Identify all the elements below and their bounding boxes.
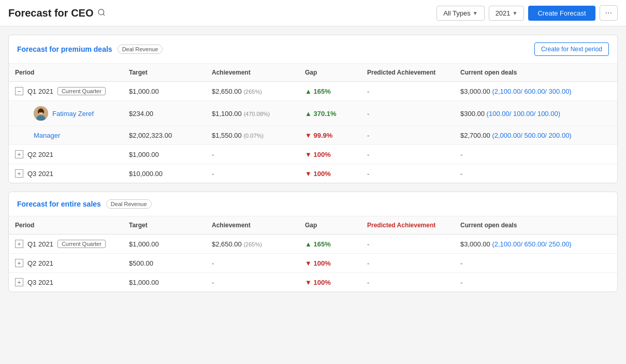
create-forecast-button[interactable]: Create Forecast bbox=[528, 6, 595, 21]
expand-icon[interactable]: + bbox=[15, 240, 23, 248]
quarter-label: Q1 2021 bbox=[27, 88, 53, 95]
col-header-predicted: Predicted Achievement bbox=[361, 216, 454, 235]
open-deals-cell: - bbox=[454, 164, 617, 183]
gap-cell: 100% bbox=[299, 164, 361, 183]
search-icon[interactable] bbox=[97, 8, 106, 18]
open-deals-cell: - bbox=[454, 145, 617, 164]
period-cell: Fatimay Zeref bbox=[9, 101, 123, 126]
manager-link[interactable]: Manager bbox=[34, 132, 60, 139]
achievement-cell: $1,550.00 (0.07%) bbox=[206, 126, 299, 145]
year-dropdown[interactable]: 2021 ▼ bbox=[489, 6, 525, 21]
quarter-label: Q3 2021 bbox=[27, 170, 53, 178]
target-cell: $1,000.00 bbox=[123, 145, 206, 164]
header-right: All Types ▼ 2021 ▼ Create Forecast ··· bbox=[436, 5, 618, 21]
header: Forecast for CEO All Types ▼ 2021 ▼ Crea… bbox=[0, 0, 626, 26]
period-cell: Manager bbox=[9, 126, 123, 145]
open-deals-cell: - bbox=[454, 254, 617, 273]
table-row: + Q2 2021 $1,000.00 - 100% - - bbox=[9, 145, 617, 164]
quarter-label: Q2 2021 bbox=[27, 151, 53, 158]
gap-cell: 99.9% bbox=[299, 126, 361, 145]
col-header-achievement: Achievement bbox=[206, 216, 299, 235]
col-header-target: Target bbox=[123, 216, 206, 235]
predicted-cell: - bbox=[361, 164, 454, 183]
quarter-label: Q1 2021 bbox=[27, 240, 53, 248]
predicted-cell: - bbox=[361, 82, 454, 101]
table-row: Fatimay Zeref $234.00 $1,100.00 (470.08%… bbox=[9, 101, 617, 126]
target-cell: $1,000.00 bbox=[123, 82, 206, 101]
more-options-button[interactable]: ··· bbox=[600, 5, 618, 21]
open-deals-cell: $2,700.00 (2,000.00/ 500.00/ 200.00) bbox=[454, 126, 617, 145]
table-row: + Q2 2021 $500.00 - 100% - - bbox=[9, 254, 617, 273]
target-cell: $2,002,323.00 bbox=[123, 126, 206, 145]
predicted-cell: - bbox=[361, 273, 454, 292]
main-content: Forecast for premium deals Deal Revenue … bbox=[0, 26, 626, 300]
entire-sales-section: Forecast for entire sales Deal Revenue P… bbox=[8, 192, 618, 292]
collapse-icon[interactable]: − bbox=[15, 87, 23, 95]
open-deals-cell: $3,000.00 (2,100.00/ 600.00/ 300.00) bbox=[454, 82, 617, 101]
achievement-cell: $1,100.00 (470.08%) bbox=[206, 101, 299, 126]
target-cell: $234.00 bbox=[123, 101, 206, 126]
period-cell: + Q3 2021 bbox=[9, 164, 123, 183]
col-header-achievement: Achievement bbox=[206, 64, 299, 82]
achievement-cell: - bbox=[206, 145, 299, 164]
gap-cell: 100% bbox=[299, 254, 361, 273]
target-cell: $1,000.00 bbox=[123, 235, 206, 254]
period-cell: + Q2 2021 bbox=[9, 145, 123, 164]
open-deals-cell: - bbox=[454, 273, 617, 292]
all-types-dropdown[interactable]: All Types ▼ bbox=[436, 6, 484, 21]
col-header-gap: Gap bbox=[299, 216, 361, 235]
col-header-open-deals: Current open deals bbox=[454, 64, 617, 82]
target-cell: $10,000.00 bbox=[123, 164, 206, 183]
table-header-row: Period Target Achievement Gap Predicted … bbox=[9, 216, 617, 235]
table-row: − Q1 2021 Current Quarter $1,000.00 $2,6… bbox=[9, 82, 617, 101]
open-deals-cell: $3,000.00 (2,100.00/ 650.00/ 250.00) bbox=[454, 235, 617, 254]
deal-revenue-badge: Deal Revenue bbox=[118, 45, 163, 54]
svg-point-8 bbox=[38, 110, 39, 113]
achievement-cell: - bbox=[206, 273, 299, 292]
chevron-down-icon: ▼ bbox=[473, 10, 478, 16]
svg-line-1 bbox=[104, 14, 105, 16]
table-row: Manager $2,002,323.00 $1,550.00 (0.07%) … bbox=[9, 126, 617, 145]
avatar bbox=[34, 106, 48, 121]
col-header-period: Period bbox=[9, 64, 123, 82]
predicted-cell: - bbox=[361, 101, 454, 126]
achievement-cell: $2,650.00 (265%) bbox=[206, 235, 299, 254]
achievement-cell: $2,650.00 (265%) bbox=[206, 82, 299, 101]
target-cell: $1,000.00 bbox=[123, 273, 206, 292]
predicted-cell: - bbox=[361, 126, 454, 145]
open-deals-cell: $300.00 (100.00/ 100.00/ 100.00) bbox=[454, 101, 617, 126]
person-link[interactable]: Fatimay Zeref bbox=[52, 110, 94, 118]
quarter-label: Q3 2021 bbox=[27, 279, 53, 286]
header-left: Forecast for CEO bbox=[8, 7, 106, 19]
predicted-cell: - bbox=[361, 254, 454, 273]
table-row: + Q3 2021 $1,000.00 - 100% - - bbox=[9, 273, 617, 292]
ellipsis-icon: ··· bbox=[605, 8, 612, 17]
expand-icon[interactable]: + bbox=[15, 278, 23, 286]
period-cell: + Q3 2021 bbox=[9, 273, 123, 292]
gap-cell: 165% bbox=[299, 235, 361, 254]
target-cell: $500.00 bbox=[123, 254, 206, 273]
entire-sales-table: Period Target Achievement Gap Predicted … bbox=[9, 216, 617, 292]
table-row: + Q3 2021 $10,000.00 - 100% - - bbox=[9, 164, 617, 183]
expand-icon[interactable]: + bbox=[15, 259, 23, 267]
deal-revenue-badge: Deal Revenue bbox=[106, 199, 152, 209]
col-header-target: Target bbox=[123, 64, 206, 82]
svg-point-0 bbox=[98, 9, 104, 15]
create-next-period-button[interactable]: Create for Next period bbox=[534, 42, 609, 56]
col-header-period: Period bbox=[9, 216, 123, 235]
achievement-cell: - bbox=[206, 164, 299, 183]
expand-icon[interactable]: + bbox=[15, 169, 23, 178]
section-header-left: Forecast for premium deals Deal Revenue bbox=[17, 45, 163, 54]
period-cell: + Q1 2021 Current Quarter bbox=[9, 235, 123, 254]
period-cell: − Q1 2021 Current Quarter bbox=[9, 82, 123, 101]
section-header-premium: Forecast for premium deals Deal Revenue … bbox=[9, 35, 617, 64]
gap-cell: 100% bbox=[299, 145, 361, 164]
predicted-cell: - bbox=[361, 145, 454, 164]
premium-table: Period Target Achievement Gap Predicted … bbox=[9, 64, 617, 183]
gap-cell: 100% bbox=[299, 273, 361, 292]
col-header-predicted: Predicted Achievement bbox=[361, 64, 454, 82]
expand-icon[interactable]: + bbox=[15, 150, 23, 158]
section-header-left: Forecast for entire sales Deal Revenue bbox=[17, 199, 152, 209]
achievement-cell: - bbox=[206, 254, 299, 273]
table-header-row: Period Target Achievement Gap Predicted … bbox=[9, 64, 617, 82]
